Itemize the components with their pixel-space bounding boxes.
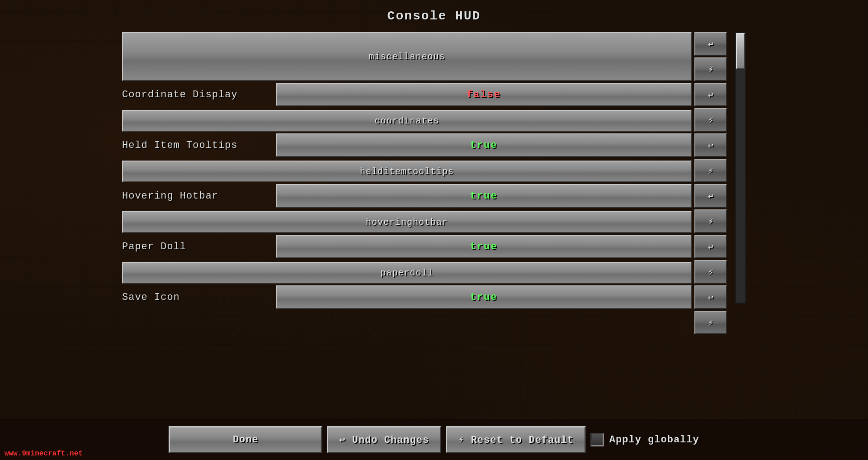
hovering-hotbar-value-row: Hovering Hotbar true [122,184,692,208]
miscellaneous-header-btn[interactable]: miscellaneous [122,32,692,81]
scrollbar-thumb[interactable] [736,33,745,69]
coordinate-reset-btn[interactable]: ⚡ [694,108,727,132]
coordinate-display-value-row: Coordinate Display false [122,83,692,106]
save-icon-label: Save Icon [122,292,276,303]
coordinate-display-label: Coordinate Display [122,89,276,100]
settings-list: miscellaneous ↩ ⚡ Coordinate Display fal… [122,32,727,336]
save-icon-actions: ↩ ⚡ [694,285,727,334]
save-icon-reset-btn[interactable]: ⚡ [694,311,727,334]
held-item-tooltips-reset-btn[interactable]: ⚡ [694,159,727,182]
undo-changes-button[interactable]: ↩ Undo Changes [327,426,441,453]
paper-doll-row: Paper Doll true paperdoll ↩ ⚡ [122,235,727,284]
miscellaneous-section-content: miscellaneous [122,32,692,81]
page-title: Console HUD [387,9,481,23]
paper-doll-key-btn[interactable]: paperdoll [122,262,692,284]
paper-doll-value-btn[interactable]: true [276,235,692,258]
held-item-tooltips-value-row: Held Item Tooltips true [122,133,692,157]
hovering-hotbar-row: Hovering Hotbar true hoveringhotbar ↩ ⚡ [122,184,727,233]
miscellaneous-reset-btn[interactable]: ⚡ [694,57,727,81]
hovering-hotbar-label: Hovering Hotbar [122,190,276,202]
coordinate-display-content: Coordinate Display false coordinates [122,83,692,132]
miscellaneous-section-row: miscellaneous ↩ ⚡ [122,32,727,81]
hovering-hotbar-actions: ↩ ⚡ [694,184,727,233]
hovering-hotbar-value-btn[interactable]: true [276,184,692,208]
hovering-hotbar-key-btn[interactable]: hoveringhotbar [122,211,692,233]
held-item-tooltips-label: Held Item Tooltips [122,140,276,151]
hovering-hotbar-content: Hovering Hotbar true hoveringhotbar [122,184,692,233]
held-item-tooltips-key-btn[interactable]: helditemtooltips [122,161,692,182]
apply-globally-container[interactable]: Apply globally [590,433,699,446]
watermark: www.9minecraft.net [5,450,83,458]
miscellaneous-actions: ↩ ⚡ [694,32,727,81]
apply-globally-label: Apply globally [609,434,699,446]
held-item-tooltips-undo-btn[interactable]: ↩ [694,133,727,157]
reset-to-default-label: ⚡ Reset to Default [458,434,574,446]
coordinate-display-actions: ↩ ⚡ [694,83,727,132]
coordinate-undo-btn[interactable]: ↩ [694,83,727,106]
save-icon-undo-btn[interactable]: ↩ [694,285,727,309]
done-label: Done [233,434,259,446]
coordinate-display-row: Coordinate Display false coordinates ↩ ⚡ [122,83,727,132]
paper-doll-reset-btn[interactable]: ⚡ [694,260,727,284]
held-item-tooltips-value-btn[interactable]: true [276,133,692,157]
save-icon-row: Save Icon true ↩ ⚡ [122,285,727,334]
apply-globally-checkbox[interactable] [590,433,604,446]
hovering-hotbar-reset-btn[interactable]: ⚡ [694,209,727,233]
paper-doll-undo-btn[interactable]: ↩ [694,235,727,258]
paper-doll-label: Paper Doll [122,241,276,252]
save-icon-content: Save Icon true [122,285,692,334]
main-content: miscellaneous ↩ ⚡ Coordinate Display fal… [122,32,746,460]
bottom-bar: Done ↩ Undo Changes ⚡ Reset to Default A… [0,419,868,460]
paper-doll-value-row: Paper Doll true [122,235,692,258]
coordinate-display-key-btn[interactable]: coordinates [122,110,692,132]
held-item-tooltips-actions: ↩ ⚡ [694,133,727,182]
coordinate-display-value-btn[interactable]: false [276,83,692,106]
settings-area: miscellaneous ↩ ⚡ Coordinate Display fal… [122,32,731,460]
paper-doll-content: Paper Doll true paperdoll [122,235,692,284]
save-icon-value-btn[interactable]: true [276,285,692,309]
done-button[interactable]: Done [169,426,322,453]
miscellaneous-undo-btn[interactable]: ↩ [694,32,727,56]
paper-doll-actions: ↩ ⚡ [694,235,727,284]
held-item-tooltips-row: Held Item Tooltips true helditemtooltips… [122,133,727,182]
held-item-tooltips-content: Held Item Tooltips true helditemtooltips [122,133,692,182]
undo-changes-label: ↩ Undo Changes [339,434,429,446]
save-icon-value-row: Save Icon true [122,285,692,309]
scrollbar-track[interactable] [735,32,746,304]
hovering-hotbar-undo-btn[interactable]: ↩ [694,184,727,208]
reset-to-default-button[interactable]: ⚡ Reset to Default [446,426,586,453]
page-container: Console HUD miscellaneous ↩ ⚡ [0,0,868,460]
